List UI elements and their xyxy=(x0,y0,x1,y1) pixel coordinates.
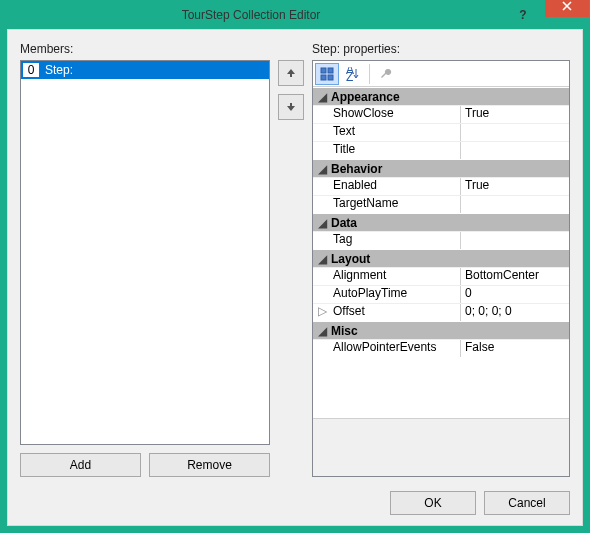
expand-icon[interactable]: ▷ xyxy=(313,304,331,321)
categorized-icon xyxy=(320,67,334,81)
property-row[interactable]: AutoPlayTime0 xyxy=(313,285,569,303)
property-value[interactable] xyxy=(461,196,569,213)
property-row[interactable]: TargetName xyxy=(313,195,569,213)
svg-rect-0 xyxy=(321,68,326,73)
property-grid-toolbar: A Z xyxy=(313,61,569,87)
svg-rect-2 xyxy=(321,75,326,80)
arrow-down-icon xyxy=(286,102,296,112)
property-row[interactable]: AlignmentBottomCenter xyxy=(313,267,569,285)
alphabetical-button[interactable]: A Z xyxy=(341,63,365,85)
wrench-icon xyxy=(379,67,393,81)
dialog-footer: OK Cancel xyxy=(8,481,582,525)
collapse-icon: ◢ xyxy=(313,162,331,176)
property-name: Offset xyxy=(331,304,461,321)
expand-icon xyxy=(313,124,331,141)
move-down-button[interactable] xyxy=(278,94,304,120)
list-item-index: 0 xyxy=(21,61,41,79)
collapse-icon: ◢ xyxy=(313,216,331,230)
members-list[interactable]: 0 Step: xyxy=(20,60,270,445)
property-value[interactable]: True xyxy=(461,178,569,195)
property-name: Alignment xyxy=(331,268,461,285)
property-grid: A Z ◢AppearanceShowCloseTrueText xyxy=(312,60,570,477)
expand-icon xyxy=(313,286,331,303)
property-row[interactable]: ▷Offset0; 0; 0; 0 xyxy=(313,303,569,321)
property-value[interactable]: 0; 0; 0; 0 xyxy=(461,304,569,321)
expand-icon xyxy=(313,142,331,159)
move-up-button[interactable] xyxy=(278,60,304,86)
property-value[interactable] xyxy=(461,124,569,141)
property-row[interactable]: Text xyxy=(313,123,569,141)
property-name: Tag xyxy=(331,232,461,249)
property-row[interactable]: EnabledTrue xyxy=(313,177,569,195)
properties-label: Step: properties: xyxy=(312,42,570,56)
expand-icon xyxy=(313,232,331,249)
sort-az-icon: A Z xyxy=(346,67,360,81)
property-pages-button[interactable] xyxy=(374,63,398,85)
expand-icon xyxy=(313,196,331,213)
property-name: AutoPlayTime xyxy=(331,286,461,303)
remove-button[interactable]: Remove xyxy=(149,453,270,477)
ok-button[interactable]: OK xyxy=(390,491,476,515)
property-name: AllowPointerEvents xyxy=(331,340,461,357)
titlebar[interactable]: TourStep Collection Editor ? xyxy=(1,1,589,29)
property-row[interactable]: ShowCloseTrue xyxy=(313,105,569,123)
cancel-button[interactable]: Cancel xyxy=(484,491,570,515)
property-value[interactable]: 0 xyxy=(461,286,569,303)
expand-icon xyxy=(313,340,331,357)
property-value[interactable]: False xyxy=(461,340,569,357)
svg-rect-3 xyxy=(328,75,333,80)
property-name: Title xyxy=(331,142,461,159)
property-value[interactable]: True xyxy=(461,106,569,123)
property-description-pane xyxy=(313,418,569,476)
expand-icon xyxy=(313,178,331,195)
property-row[interactable]: Title xyxy=(313,141,569,159)
close-button[interactable] xyxy=(545,0,589,17)
expand-icon xyxy=(313,106,331,123)
members-label: Members: xyxy=(20,42,270,56)
property-value[interactable] xyxy=(461,232,569,249)
property-category[interactable]: ◢Data xyxy=(313,213,569,231)
property-value[interactable]: BottomCenter xyxy=(461,268,569,285)
category-label: Behavior xyxy=(331,162,382,176)
property-name: TargetName xyxy=(331,196,461,213)
property-row[interactable]: Tag xyxy=(313,231,569,249)
collapse-icon: ◢ xyxy=(313,252,331,266)
category-label: Appearance xyxy=(331,90,400,104)
property-category[interactable]: ◢Misc xyxy=(313,321,569,339)
property-value[interactable] xyxy=(461,142,569,159)
categorized-button[interactable] xyxy=(315,63,339,85)
category-label: Data xyxy=(331,216,357,230)
collapse-icon: ◢ xyxy=(313,90,331,104)
property-row[interactable]: AllowPointerEventsFalse xyxy=(313,339,569,357)
help-button[interactable]: ? xyxy=(501,4,545,26)
svg-text:Z: Z xyxy=(346,70,353,81)
property-name: Enabled xyxy=(331,178,461,195)
client-area: Members: 0 Step: Add Remove xyxy=(7,29,583,526)
list-item[interactable]: 0 Step: xyxy=(21,61,269,79)
property-grid-body[interactable]: ◢AppearanceShowCloseTrueTextTitle◢Behavi… xyxy=(313,87,569,418)
add-button[interactable]: Add xyxy=(20,453,141,477)
collapse-icon: ◢ xyxy=(313,324,331,338)
expand-icon xyxy=(313,268,331,285)
property-name: Text xyxy=(331,124,461,141)
window-title: TourStep Collection Editor xyxy=(1,8,501,22)
property-category[interactable]: ◢Layout xyxy=(313,249,569,267)
arrow-up-icon xyxy=(286,68,296,78)
property-category[interactable]: ◢Behavior xyxy=(313,159,569,177)
property-category[interactable]: ◢Appearance xyxy=(313,87,569,105)
close-icon xyxy=(562,1,572,11)
property-name: ShowClose xyxy=(331,106,461,123)
dialog-window: TourStep Collection Editor ? Members: 0 … xyxy=(0,0,590,533)
category-label: Layout xyxy=(331,252,370,266)
list-item-label: Step: xyxy=(41,61,269,79)
category-label: Misc xyxy=(331,324,358,338)
svg-rect-1 xyxy=(328,68,333,73)
help-icon: ? xyxy=(519,8,526,22)
